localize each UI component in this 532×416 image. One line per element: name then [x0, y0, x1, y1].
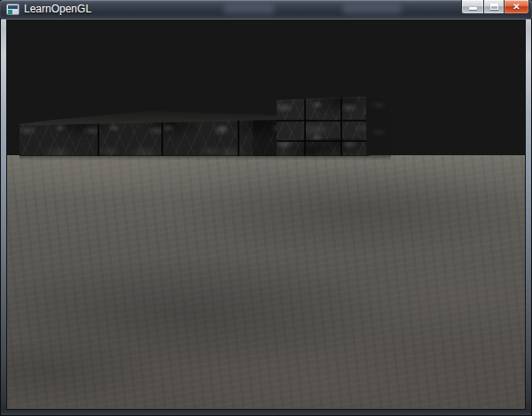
- wall-top-edge-highlight: [277, 96, 366, 101]
- minimize-icon: [469, 7, 477, 10]
- blurred-text-smudge: [342, 4, 403, 14]
- maximize-button[interactable]: [484, 0, 504, 14]
- cube-wall-side-face: [366, 97, 391, 156]
- cube-seam: [304, 97, 306, 156]
- app-icon[interactable]: [6, 4, 20, 15]
- titlebar[interactable]: LearnOpenGL ✕: [0, 0, 532, 19]
- blurred-text-smudge: [223, 4, 275, 14]
- cube-seam: [340, 97, 342, 156]
- concrete-floor: [7, 155, 525, 409]
- cube-platform-front: [20, 120, 277, 156]
- close-icon: ✕: [512, 1, 520, 12]
- cube-seam: [277, 140, 366, 142]
- app-icon-titlebar-stripe: [8, 5, 18, 9]
- app-window: LearnOpenGL ✕: [0, 0, 532, 416]
- cube-seam: [161, 120, 163, 156]
- close-button[interactable]: ✕: [504, 0, 529, 14]
- cube-seam: [277, 120, 366, 122]
- cube-seam: [98, 120, 99, 156]
- minimize-button[interactable]: [461, 0, 484, 14]
- shadowed-cube-region: [253, 120, 277, 156]
- opengl-viewport[interactable]: [7, 20, 525, 409]
- window-title: LearnOpenGL: [24, 0, 91, 19]
- app-icon-pane: [8, 10, 12, 14]
- cube-contact-shadow: [20, 155, 391, 161]
- caption-button-group: ✕: [461, 0, 529, 14]
- maximize-icon: [490, 4, 498, 10]
- cube-seam: [238, 120, 239, 156]
- cube-wall-front: [277, 97, 366, 156]
